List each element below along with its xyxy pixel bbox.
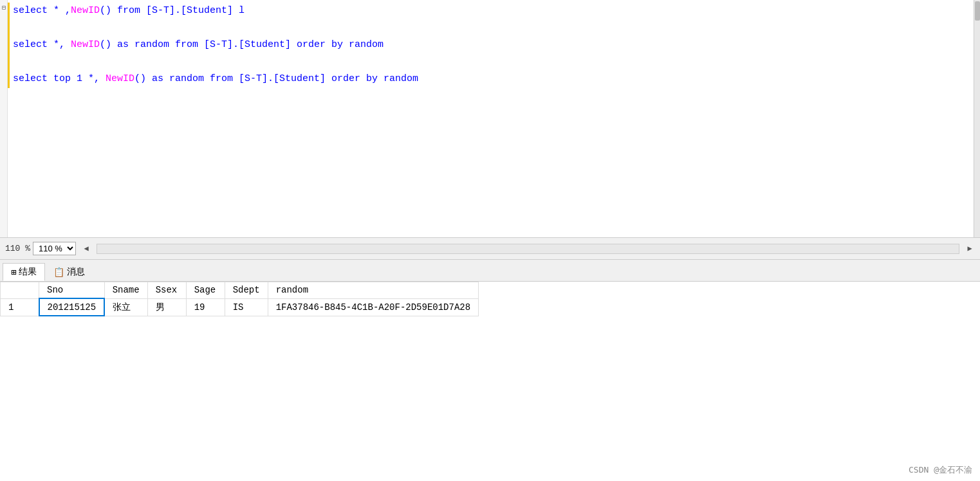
code-token: select * , [13, 5, 71, 16]
bottom-toolbar: 110 % 110 %100 %75 %50 % ◀ ▶ [0, 238, 980, 260]
column-header: Sdept [225, 282, 268, 299]
bottom-scrollbar[interactable] [97, 244, 959, 254]
code-token: () as random from [S-T].[Student] order … [100, 39, 384, 50]
column-header [1, 282, 39, 299]
column-header: Ssex [147, 282, 186, 299]
code-line: select * ,NewID() from [S-T].[Student] l [8, 3, 974, 20]
tab-results[interactable]: ⊞ 结果 [3, 263, 45, 281]
code-text: select *, NewID() as random from [S-T].[… [13, 38, 384, 53]
code-token: () from [S-T].[Student] l [100, 5, 245, 16]
column-header: Sage [186, 282, 225, 299]
tab-results-label: 结果 [19, 266, 37, 278]
code-line [8, 20, 974, 37]
cell-random[interactable]: 1FA37846-B845-4C1B-A20F-2D59E01D7A28 [268, 298, 478, 316]
cell-sname[interactable]: 张立 [104, 298, 147, 316]
results-icon: ⊞ [11, 267, 16, 278]
line-indicator: ⊟ [0, 0, 8, 237]
cell-ssex[interactable]: 男 [147, 298, 186, 316]
editor-scrollbar[interactable] [974, 0, 980, 237]
code-text [13, 55, 19, 70]
tab-messages-label: 消息 [67, 266, 85, 278]
results-header-row: SnoSnameSsexSageSdeptrandom [1, 282, 479, 299]
tab-messages[interactable]: 📋 消息 [45, 263, 93, 281]
collapse-icon[interactable]: ⊟ [0, 3, 8, 13]
column-header: Sno [39, 282, 105, 299]
editor-area: ⊟ select * ,NewID() from [S-T].[Student]… [0, 0, 980, 238]
zoom-dropdown[interactable]: 110 %100 %75 %50 % [33, 242, 76, 255]
table-row: 1201215125张立男19IS1FA37846-B845-4C1B-A20F… [1, 298, 479, 316]
zoom-label: 110 % [5, 244, 30, 253]
code-token: () as random from [S-T].[Student] order … [134, 73, 418, 84]
messages-icon: 📋 [53, 267, 64, 278]
code-token: NewID [71, 39, 100, 50]
code-line: select *, NewID() as random from [S-T].[… [8, 37, 974, 54]
results-body: 1201215125张立男19IS1FA37846-B845-4C1B-A20F… [1, 298, 479, 316]
watermark: CSDN @金石不渝 [909, 464, 972, 476]
code-text: select * ,NewID() from [S-T].[Student] l [13, 4, 245, 19]
column-header: Sname [104, 282, 147, 299]
code-token: select *, [13, 39, 71, 50]
cell-sno[interactable]: 201215125 [39, 298, 105, 316]
code-token: NewID [106, 73, 134, 84]
row-number: 1 [1, 298, 39, 316]
column-header: random [268, 282, 478, 299]
code-text: select top 1 *, NewID() as random from [… [13, 72, 418, 87]
code-token: select top 1 *, [13, 73, 106, 84]
zoom-control: 110 % 110 %100 %75 %50 % [5, 242, 76, 255]
scroll-left-arrow[interactable]: ◀ [81, 244, 91, 254]
code-line: select top 1 *, NewID() as random from [… [8, 71, 974, 88]
code-line [8, 54, 974, 71]
cell-sage[interactable]: 19 [186, 298, 225, 316]
results-area: SnoSnameSsexSageSdeptrandom 1201215125张立… [0, 282, 980, 481]
code-text [13, 21, 19, 36]
scroll-right-arrow[interactable]: ▶ [965, 244, 975, 254]
scrollbar-thumb [975, 1, 980, 21]
code-token: NewID [71, 5, 100, 16]
results-table: SnoSnameSsexSageSdeptrandom 1201215125张立… [0, 282, 479, 316]
cell-sdept[interactable]: IS [225, 298, 268, 316]
editor-content[interactable]: select * ,NewID() from [S-T].[Student] l… [8, 0, 974, 237]
results-tabs: ⊞ 结果 📋 消息 [0, 260, 980, 282]
